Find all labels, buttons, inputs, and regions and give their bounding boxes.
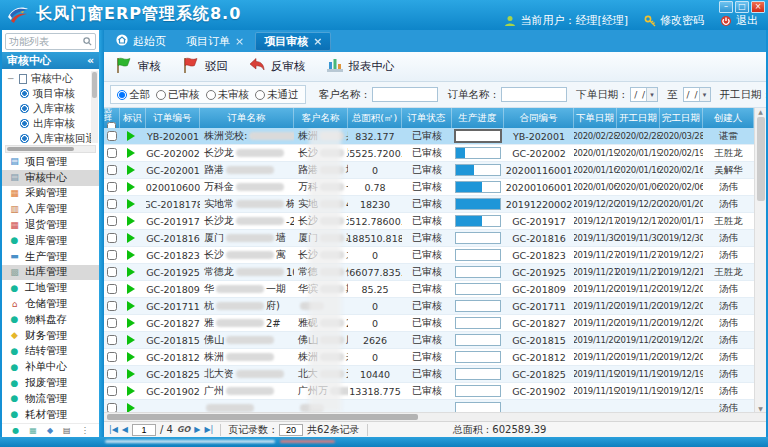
status-filter-option[interactable]: 已审核: [156, 88, 200, 102]
logout-button[interactable]: 退出: [720, 13, 758, 28]
table-row[interactable]: 汤伟: [104, 400, 754, 412]
unapprove-button[interactable]: 反审核: [248, 57, 306, 76]
table-row[interactable]: GC-201812株洲株洲未来0已审核GC-2018122019/11/2020…: [104, 349, 754, 366]
report-center-button[interactable]: 报表中心: [326, 57, 395, 76]
sidebar-item-6[interactable]: ●退库管理: [2, 233, 99, 249]
table-vertical-scrollbar[interactable]: ▲ ▼: [754, 108, 766, 412]
table-row[interactable]: GC-201917长沙龙-2#长沙天..8512.78600..已审核GC-20…: [104, 213, 754, 230]
row-checkbox[interactable]: [107, 216, 117, 226]
tree-item[interactable]: 入库审核: [8, 101, 89, 116]
close-button[interactable]: ×: [751, 1, 765, 13]
status-filter-radio[interactable]: [156, 90, 166, 100]
row-checkbox[interactable]: [107, 369, 117, 379]
collapse-panel-icon[interactable]: «: [87, 54, 94, 67]
table-horizontal-scrollbar[interactable]: [104, 412, 766, 421]
tab-1[interactable]: 起始页: [107, 32, 175, 51]
column-header-3[interactable]: 订单编号: [146, 108, 200, 128]
tab-3[interactable]: 项目审核×: [255, 32, 331, 51]
row-checkbox[interactable]: [107, 250, 117, 260]
tree-horizontal-scrollbar[interactable]: [5, 145, 96, 153]
sidebar-item-4[interactable]: ▥入库管理: [2, 201, 99, 217]
row-checkbox[interactable]: [107, 199, 117, 209]
sidebar-item-1[interactable]: ▤项目管理: [2, 154, 99, 170]
column-header-2[interactable]: 标识: [120, 108, 146, 128]
sidebar-item-12[interactable]: ◆财务管理: [2, 328, 99, 344]
tree-item[interactable]: 项目审核: [8, 86, 89, 101]
column-header-5[interactable]: 客户名称: [294, 108, 348, 128]
status-filter-radio[interactable]: [255, 90, 265, 100]
dot-green-icon[interactable]: ●: [12, 427, 19, 435]
scroll-down-icon[interactable]: ▼: [758, 405, 763, 412]
column-header-11[interactable]: 开工日期: [617, 108, 660, 128]
column-header-4[interactable]: 订单名称: [200, 108, 294, 128]
row-checkbox[interactable]: [107, 403, 117, 412]
status-filter-radio[interactable]: [206, 90, 216, 100]
column-header-12[interactable]: 完工日期: [660, 108, 703, 128]
close-tab-icon[interactable]: ×: [235, 35, 244, 48]
tree-item[interactable]: 出库审核: [8, 116, 89, 131]
sidebar-item-17[interactable]: ●耗材管理: [2, 407, 99, 423]
table-row[interactable]: GC-201825北大资北大天..10440已审核GC-2018252019/1…: [104, 366, 754, 383]
table-row[interactable]: GC-201827雅2#雅砚2#0已审核GC-2018272019/11/202…: [104, 315, 754, 332]
sidebar-panel-header[interactable]: 审核中心 «: [2, 52, 99, 69]
sidebar-item-5[interactable]: ▦退货管理: [2, 217, 99, 233]
row-checkbox[interactable]: [107, 233, 117, 243]
order-date-to-input[interactable]: / /▾: [683, 87, 711, 102]
status-filter-option[interactable]: 未审核: [206, 88, 250, 102]
sidebar-item-2[interactable]: ▤审核中心: [2, 170, 99, 186]
row-checkbox[interactable]: [107, 352, 117, 362]
tab-2[interactable]: 项目订单×: [177, 32, 253, 51]
column-header-6[interactable]: 总面积(㎡): [348, 108, 402, 128]
scrollbar-thumb[interactable]: [757, 117, 765, 201]
column-header-1[interactable]: 选择: [104, 108, 120, 128]
table-row[interactable]: GC-201902广州广州万森林13318.775已审核GC-201902201…: [104, 383, 754, 400]
more-dots-icon[interactable]: ⋮: [81, 427, 89, 435]
sidebar-item-14[interactable]: ●补单中心: [2, 359, 99, 375]
sidebar-item-3[interactable]: ▦采购管理: [2, 186, 99, 202]
customer-name-input[interactable]: [372, 87, 438, 102]
table-row[interactable]: GC-201925常德龙10常德保..266077.835..已审核GC-201…: [104, 264, 754, 281]
close-tab-icon[interactable]: ×: [313, 35, 322, 48]
row-checkbox[interactable]: [107, 148, 117, 158]
column-header-10[interactable]: 下单日期: [574, 108, 617, 128]
table-row[interactable]: GC-202002长沙龙长沙见..65525.7200..已审核GC-20200…: [104, 145, 754, 162]
table-row[interactable]: GC-201815佛山佛山库2626已审核GC-2018152019/11/20…: [104, 332, 754, 349]
column-header-9[interactable]: 合同编号: [504, 108, 574, 128]
order-date-from-dropdown-icon[interactable]: ▾: [646, 88, 657, 101]
status-filter-radio[interactable]: [117, 90, 127, 100]
row-checkbox[interactable]: [107, 301, 117, 311]
table-row[interactable]: GC-201711杭府)0已审核GC-2017112019/11/202019/…: [104, 298, 754, 315]
status-filter-option[interactable]: 全部: [117, 88, 150, 102]
column-header-13[interactable]: 创建人: [703, 108, 754, 128]
page-size-input[interactable]: [279, 424, 303, 436]
maximize-button[interactable]: □: [735, 1, 749, 13]
scrollbar-thumb[interactable]: [107, 414, 418, 420]
leaf-blue-icon[interactable]: ◆: [47, 427, 53, 435]
sidebar-item-13[interactable]: ●结转管理: [2, 344, 99, 360]
table-row[interactable]: 20200106001万科金万科一期0.78已审核202001060012020…: [104, 179, 754, 196]
sidebar-item-7[interactable]: ▬生产管理: [2, 249, 99, 265]
next-page-button[interactable]: ▶: [194, 425, 200, 434]
table-row[interactable]: GC-201816厦门墙厦门幕墙188510.818已审核GC-20181620…: [104, 230, 754, 247]
tree-item[interactable]: 入库审核回退: [8, 131, 89, 145]
status-filter-option[interactable]: 未通过: [255, 88, 299, 102]
row-checkbox[interactable]: [107, 182, 117, 192]
table-row[interactable]: GC-201823长沙寓长沙之..0已审核GC-2018232019/11/27…: [104, 247, 754, 264]
column-header-8[interactable]: 生产进度: [452, 108, 504, 128]
sidebar-item-10[interactable]: ⌂仓储管理: [2, 296, 99, 312]
cart-teal-icon[interactable]: ▦: [29, 427, 37, 435]
row-checkbox[interactable]: [107, 165, 117, 175]
sidebar-item-15[interactable]: ●报废管理: [2, 375, 99, 391]
row-checkbox[interactable]: [107, 267, 117, 277]
table-row[interactable]: YB-202001株洲党校:株洲兵..832.177已审核YB-20200120…: [104, 128, 754, 145]
go-button[interactable]: GO: [177, 425, 190, 434]
approve-button[interactable]: 审核: [114, 56, 161, 77]
book-dark-icon[interactable]: ▤: [63, 427, 71, 435]
scroll-up-icon[interactable]: ▲: [758, 108, 763, 115]
tree-vertical-scrollbar[interactable]: [91, 71, 98, 143]
row-checkbox[interactable]: [107, 335, 117, 345]
page-number-input[interactable]: [132, 424, 156, 436]
order-name-input[interactable]: [501, 87, 567, 102]
last-page-button[interactable]: ▶|: [204, 425, 213, 434]
sidebar-item-8[interactable]: ▩出库管理: [2, 265, 99, 281]
